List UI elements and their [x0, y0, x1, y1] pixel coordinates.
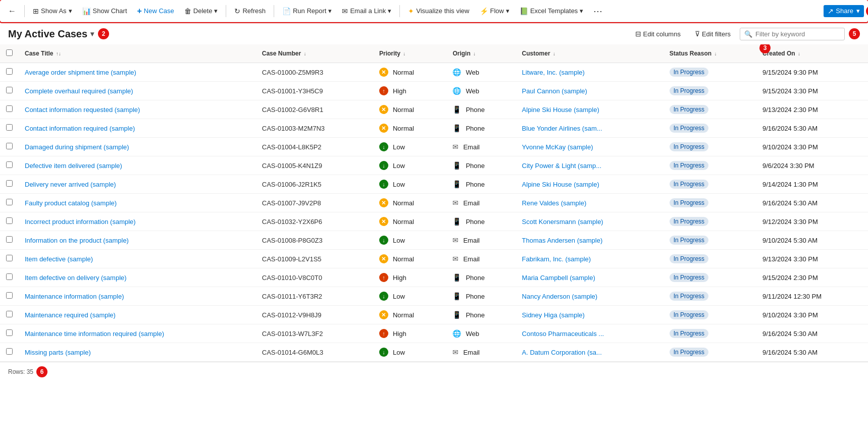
new-case-button[interactable]: + New Case — [133, 5, 178, 18]
row-checkbox-cell[interactable] — [0, 63, 19, 82]
visualize-button[interactable]: ✦ Visualize this view — [404, 5, 473, 17]
customer-link[interactable]: Alpine Ski House (sample) — [522, 181, 599, 188]
row-checkbox[interactable] — [6, 311, 13, 317]
customer-link[interactable]: Rene Valdes (sample) — [522, 199, 587, 207]
customer-link[interactable]: Fabrikam, Inc. (sample) — [522, 255, 591, 263]
priority-icon: ↓ Low — [379, 348, 405, 357]
col-header-priority[interactable]: Priority ↓ — [373, 44, 446, 63]
case-title-link[interactable]: Maintenance required (sample) — [25, 311, 116, 319]
filter-keyword-input[interactable] — [755, 30, 840, 38]
customer-link[interactable]: City Power & Light (samp... — [522, 162, 602, 170]
row-checkbox-cell[interactable] — [0, 100, 19, 119]
row-created-cell: 9/16/2024 5:30 AM — [756, 194, 868, 212]
row-checkbox[interactable] — [6, 292, 13, 299]
row-checkbox[interactable] — [6, 348, 13, 355]
row-checkbox[interactable] — [6, 199, 13, 205]
case-title-link[interactable]: Faulty product catalog (sample) — [25, 199, 117, 207]
row-title-cell: Defective item delivered (sample) — [19, 156, 256, 175]
customer-link[interactable]: Paul Cannon (sample) — [522, 87, 587, 95]
col-header-created[interactable]: Created On ↓ 4 — [756, 44, 868, 63]
case-title-link[interactable]: Incorrect product information (sample) — [25, 218, 136, 226]
select-all-header[interactable] — [0, 44, 19, 63]
run-report-button[interactable]: 📄 Run Report ▾ — [278, 5, 336, 17]
row-checkbox[interactable] — [6, 124, 13, 131]
case-title-link[interactable]: Complete overhaul required (sample) — [25, 87, 133, 95]
row-checkbox-cell[interactable] — [0, 82, 19, 100]
col-header-origin[interactable]: Origin ↓ — [446, 44, 516, 63]
row-checkbox[interactable] — [6, 329, 13, 336]
case-title-link[interactable]: Maintenance information (sample) — [25, 293, 124, 300]
row-origin-cell: ✉ Email — [446, 194, 516, 212]
row-checkbox-cell[interactable] — [0, 268, 19, 287]
row-customer-cell: Nancy Anderson (sample) — [516, 287, 663, 306]
show-as-button[interactable]: ⊞ Show As ▾ — [29, 5, 76, 17]
case-title-link[interactable]: Missing parts (sample) — [25, 349, 91, 356]
show-chart-button[interactable]: 📊 Show Chart — [78, 5, 131, 17]
row-checkbox[interactable] — [6, 105, 13, 112]
row-checkbox[interactable] — [6, 255, 13, 261]
row-number-cell: CAS-01011-Y6T3R2 — [256, 287, 373, 306]
row-checkbox-cell[interactable] — [0, 231, 19, 250]
customer-link[interactable]: Yvonne McKay (sample) — [522, 143, 593, 151]
view-title-chevron-icon[interactable]: ▾ — [90, 30, 94, 38]
row-checkbox[interactable] — [6, 217, 13, 224]
col-header-customer[interactable]: Customer ↓ — [516, 44, 663, 63]
customer-link[interactable]: A. Datum Corporation (sa... — [522, 349, 602, 356]
row-checkbox-cell[interactable] — [0, 194, 19, 212]
refresh-button[interactable]: ↻ Refresh — [230, 5, 270, 17]
customer-link[interactable]: Litware, Inc. (sample) — [522, 69, 585, 76]
status-badge: In Progress — [670, 180, 708, 189]
customer-link[interactable]: Alpine Ski House (sample) — [522, 106, 599, 114]
row-checkbox-cell[interactable] — [0, 156, 19, 175]
more-button[interactable]: ⋯ — [589, 4, 606, 19]
edit-filters-button[interactable]: ⊽ Edit filters — [690, 27, 736, 40]
case-title-link[interactable]: Maintenance time information required (s… — [25, 330, 164, 338]
case-title-link[interactable]: Damaged during shipment (sample) — [25, 143, 129, 151]
row-status-cell: In Progress — [663, 306, 756, 324]
case-title-link[interactable]: Information on the product (sample) — [25, 237, 129, 244]
email-link-button[interactable]: ✉ Email a Link ▾ — [338, 5, 395, 17]
case-title-link[interactable]: Item defective (sample) — [25, 255, 93, 263]
row-checkbox-cell[interactable] — [0, 287, 19, 306]
row-checkbox[interactable] — [6, 161, 13, 168]
customer-link[interactable]: Scott Konersmann (sample) — [522, 218, 603, 226]
customer-link[interactable]: Thomas Andersen (sample) — [522, 237, 603, 244]
row-checkbox[interactable] — [6, 236, 13, 243]
row-checkbox-cell[interactable] — [0, 119, 19, 138]
row-checkbox-cell[interactable] — [0, 175, 19, 194]
row-checkbox[interactable] — [6, 143, 13, 149]
select-all-checkbox[interactable] — [6, 49, 13, 56]
back-button[interactable]: ← — [4, 5, 20, 18]
customer-link[interactable]: Blue Yonder Airlines (sam... — [522, 125, 602, 132]
row-checkbox[interactable] — [6, 180, 13, 187]
row-checkbox-cell[interactable] — [0, 343, 19, 362]
col-header-title[interactable]: Case Title ↑↓ — [19, 44, 256, 63]
case-title-link[interactable]: Contact information requested (sample) — [25, 106, 140, 114]
row-checkbox-cell[interactable] — [0, 306, 19, 324]
excel-button[interactable]: 📗 Excel Templates ▾ — [516, 5, 587, 17]
row-checkbox[interactable] — [6, 273, 13, 280]
case-title-link[interactable]: Contact information required (sample) — [25, 125, 135, 132]
edit-columns-button[interactable]: ⊟ Edit columns — [630, 27, 686, 40]
case-title-link[interactable]: Average order shipment time (sample) — [25, 69, 136, 76]
case-title-link[interactable]: Delivery never arrived (sample) — [25, 181, 116, 188]
case-title-link[interactable]: Item defective on delivery (sample) — [25, 274, 127, 282]
row-checkbox[interactable] — [6, 68, 13, 75]
row-checkbox-cell[interactable] — [0, 138, 19, 156]
row-checkbox-cell[interactable] — [0, 250, 19, 268]
priority-label: Normal — [393, 255, 414, 263]
col-header-status[interactable]: Status Reason ↓ 3 — [663, 44, 756, 63]
col-header-number[interactable]: Case Number ↓ — [256, 44, 373, 63]
flow-button[interactable]: ⚡ Flow ▾ — [476, 5, 514, 17]
share-button[interactable]: ↗ Share ▾ — [824, 5, 864, 17]
customer-link[interactable]: Nancy Anderson (sample) — [522, 293, 598, 300]
customer-link[interactable]: Sidney Higa (sample) — [522, 311, 585, 319]
delete-button[interactable]: 🗑 Delete ▾ — [180, 5, 222, 17]
scroll-area[interactable]: Case Title ↑↓ Case Number ↓ Priority ↓ O… — [0, 44, 868, 362]
row-checkbox[interactable] — [6, 87, 13, 93]
customer-link[interactable]: Contoso Pharmaceuticals ... — [522, 330, 604, 338]
row-checkbox-cell[interactable] — [0, 324, 19, 343]
case-title-link[interactable]: Defective item delivered (sample) — [25, 162, 122, 170]
row-checkbox-cell[interactable] — [0, 212, 19, 231]
customer-link[interactable]: Maria Campbell (sample) — [522, 274, 595, 282]
